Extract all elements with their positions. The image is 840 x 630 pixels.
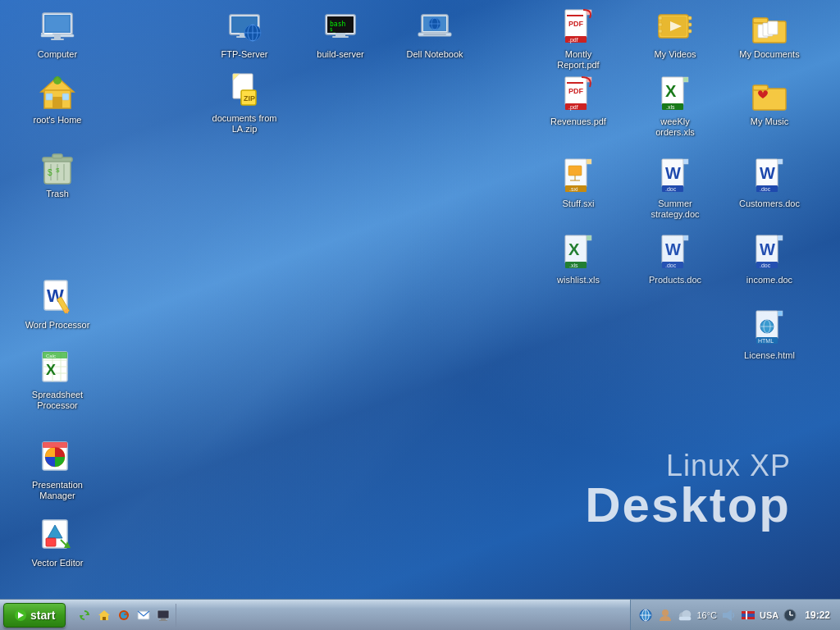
svg-rect-85	[587, 159, 591, 164]
icon-documents-la[interactable]: ZIP documents from LA.zip	[212, 72, 277, 135]
ftp-server-label: FTP-Server	[221, 49, 268, 60]
svg-rect-28	[423, 34, 446, 35]
svg-text:.pdf: .pdf	[568, 104, 578, 111]
icon-my-documents[interactable]: My Documents	[737, 8, 802, 60]
svg-rect-162	[159, 620, 167, 621]
tray-keyboard-icon[interactable]	[740, 607, 756, 623]
svg-rect-175	[742, 617, 755, 619]
tray-clock-icon[interactable]	[782, 607, 798, 623]
icon-summer-strategy[interactable]: W .doc Summer strategy.doc	[642, 158, 708, 220]
icon-trash[interactable]: $ $ Trash	[25, 148, 90, 199]
monthly-report-label: Montly Report.pdf	[546, 49, 611, 71]
icon-computer[interactable]: Computer	[25, 8, 90, 60]
svg-text:.sxi: .sxi	[569, 186, 578, 192]
icon-wishlist-xls[interactable]: X .xls wishlist.xls	[546, 234, 611, 285]
svg-rect-6	[51, 39, 64, 40]
weekly-orders-label: weeKly orders.xls	[642, 116, 708, 138]
spreadsheet-processor-label: Spreadsheet Processor	[25, 390, 90, 411]
icon-word-processor[interactable]: W Word Processor	[25, 279, 90, 331]
start-button[interactable]: start	[3, 603, 66, 628]
icon-revenues-pdf[interactable]: PDF .pdf Revenues.pdf	[546, 75, 611, 127]
svg-rect-171	[723, 613, 727, 618]
icon-monthly-report[interactable]: PDF .pdf Montly Report.pdf	[546, 8, 611, 71]
svg-text:$: $	[48, 168, 52, 177]
stuff-sxi-icon: .sxi	[559, 158, 598, 197]
ftp-server-icon	[225, 8, 264, 48]
build-server-label: build-server	[317, 49, 363, 60]
icon-stuff-sxi[interactable]: .sxi Stuff.sxi	[546, 158, 611, 209]
icon-dell-notebook[interactable]: Dell Notebook	[402, 8, 468, 60]
quick-launch-bar	[72, 604, 176, 627]
svg-text:.xls: .xls	[666, 104, 675, 110]
icon-my-music[interactable]: My Music	[737, 75, 802, 127]
icon-income-doc[interactable]: W .doc income.doc	[737, 234, 802, 285]
svg-text:PDF: PDF	[568, 20, 584, 28]
icon-vector-editor[interactable]: Vector Editor	[25, 517, 90, 568]
my-music-icon	[750, 75, 789, 115]
svg-text:X: X	[665, 82, 677, 100]
tray-user-icon[interactable]	[657, 607, 673, 623]
icon-presentation-manager[interactable]: Presentation Manager	[25, 439, 90, 501]
trash-label: Trash	[46, 189, 69, 199]
computer-icon	[38, 8, 77, 48]
svg-rect-38	[659, 16, 662, 20]
svg-rect-46	[753, 18, 768, 23]
dell-notebook-icon	[415, 8, 454, 48]
icon-spreadsheet-processor[interactable]: X Calc Spreadsheet Processor	[25, 349, 90, 411]
icon-customers-doc[interactable]: W .doc Customers.doc	[737, 158, 802, 209]
quick-launch-email[interactable]	[135, 606, 153, 624]
icon-license-html[interactable]: HTML License.html	[737, 309, 802, 361]
svg-rect-86	[568, 166, 582, 176]
svg-rect-41	[688, 16, 692, 20]
icon-my-videos[interactable]: My Videos	[642, 8, 708, 60]
tray-speaker-icon[interactable]	[720, 607, 737, 623]
quick-launch-refresh[interactable]	[75, 606, 94, 624]
wishlist-xls-label: wishlist.xls	[557, 275, 600, 285]
icon-roots-home[interactable]: root's Home	[25, 74, 90, 126]
svg-rect-39	[659, 23, 662, 26]
desktop-icons-container: Computer FTP-Server	[0, 0, 840, 599]
license-html-icon: HTML	[750, 309, 789, 349]
svg-rect-52	[52, 97, 62, 108]
word-processor-icon: W	[38, 279, 77, 318]
svg-text:.doc: .doc	[760, 186, 771, 192]
products-doc-icon: W .doc	[655, 234, 695, 273]
documents-la-label: documents from LA.zip	[212, 113, 277, 135]
trash-icon: $ $	[38, 148, 77, 187]
build-server-icon: bash $_	[321, 8, 360, 48]
icon-build-server[interactable]: bash $_ build-server	[308, 8, 373, 60]
monthly-report-icon: PDF .pdf	[559, 8, 598, 48]
svg-rect-144	[43, 442, 67, 448]
roots-home-icon	[38, 74, 77, 113]
svg-rect-115	[683, 235, 688, 240]
desktop: Linux XP Desktop	[0, 0, 840, 599]
dell-notebook-label: Dell Notebook	[406, 49, 463, 60]
icon-products-doc[interactable]: W .doc Products.doc	[642, 234, 708, 285]
svg-rect-54	[62, 94, 69, 100]
icon-weekly-orders[interactable]: X .xls weeKly orders.xls	[642, 75, 708, 138]
tray-weather-icon[interactable]	[677, 607, 693, 623]
svg-text:.doc: .doc	[665, 186, 677, 192]
icon-ftp-server[interactable]: FTP-Server	[212, 8, 277, 60]
svg-text:W: W	[665, 240, 681, 258]
svg-rect-20	[336, 33, 345, 36]
computer-label: Computer	[38, 49, 77, 60]
svg-rect-136	[778, 311, 783, 316]
my-music-label: My Music	[751, 116, 788, 127]
income-doc-icon: W .doc	[750, 234, 789, 273]
start-icon	[14, 609, 27, 622]
word-processor-label: Word Processor	[25, 320, 90, 331]
svg-text:ZIP: ZIP	[244, 94, 255, 103]
svg-text:PDF: PDF	[568, 87, 584, 95]
quick-launch-firefox[interactable]	[115, 606, 133, 624]
svg-text:Calc: Calc	[46, 354, 56, 358]
quick-launch-home[interactable]	[95, 606, 113, 624]
quick-launch-screen[interactable]	[154, 606, 172, 624]
svg-rect-170	[679, 616, 692, 620]
svg-rect-42	[688, 23, 692, 26]
svg-marker-172	[727, 609, 732, 621]
revenues-pdf-label: Revenues.pdf	[550, 116, 606, 127]
tray-network-icon[interactable]	[637, 607, 654, 623]
my-documents-label: My Documents	[739, 49, 799, 60]
my-documents-icon	[750, 8, 789, 48]
